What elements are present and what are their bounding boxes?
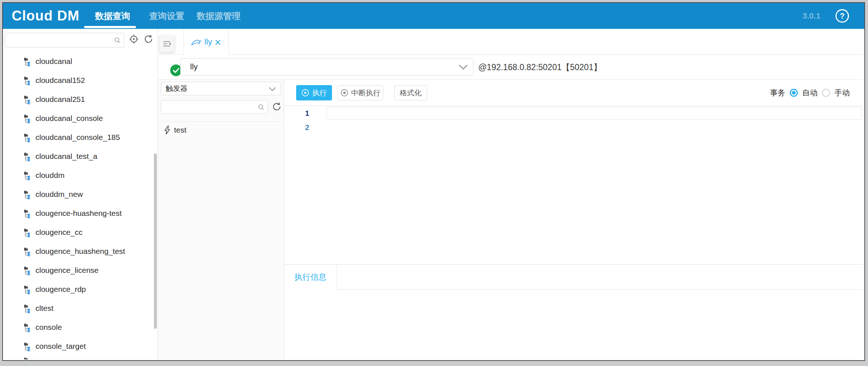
transaction-manual-radio[interactable]: [822, 89, 830, 97]
object-search-box: [161, 100, 268, 114]
schema-tree-icon: [23, 323, 33, 332]
connection-tree-item[interactable]: cloudcanal_console_185: [3, 128, 158, 147]
interrupt-button[interactable]: 中断执行: [337, 85, 383, 100]
nav-tab-data-query[interactable]: 数据查询: [95, 3, 130, 29]
object-type-select[interactable]: 触发器: [161, 82, 281, 95]
connection-search-input[interactable]: [9, 33, 112, 47]
trigger-item-test[interactable]: test: [158, 121, 284, 139]
tab-execution-info[interactable]: 执行信息: [284, 264, 337, 290]
connection-tree-item[interactable]: cloudcanal: [3, 52, 158, 71]
nav-tab-query-settings[interactable]: 查询设置: [149, 3, 184, 29]
connection-name: cloudcanal251: [35, 95, 85, 104]
current-line-highlight[interactable]: [327, 107, 861, 120]
connection-list: cloudcanal cloudcanal152: [3, 52, 158, 356]
format-label: 格式化: [400, 88, 422, 98]
schema-tree-icon: [23, 171, 33, 180]
connection-tree-item[interactable]: cloudcanal_console: [3, 109, 158, 128]
query-tab-title: lly: [204, 37, 212, 47]
format-button[interactable]: 格式化: [394, 85, 427, 100]
object-browser-panel: 触发器 test: [158, 80, 284, 359]
connection-name: cloudcanal_test_a: [35, 152, 97, 161]
connection-name: cloudcanal: [35, 57, 72, 66]
refresh-objects-icon[interactable]: [272, 102, 282, 112]
results-panel: 执行信息: [284, 264, 864, 359]
connection-tree-item[interactable]: clougence_cc: [3, 223, 158, 242]
schema-tree-icon: [23, 133, 33, 142]
connection-name: clougence-huasheng-test: [35, 209, 122, 218]
connection-name: clouddm: [35, 171, 64, 180]
connection-name: clougence_cc: [35, 228, 82, 237]
schema-tree-icon: [23, 285, 33, 294]
connection-name: cloudcanal_console: [35, 114, 103, 123]
search-icon: [114, 37, 121, 44]
connection-tree-item[interactable]: clouddm_new: [3, 185, 158, 204]
partially-visible-tree-icon: [23, 357, 33, 359]
connection-name: clougence_license: [35, 266, 99, 275]
connection-address: @192.168.0.82:50201【50201】: [478, 55, 602, 80]
active-nav-underline: [84, 26, 136, 28]
execute-label: 执行: [312, 88, 327, 98]
connection-sidebar: cloudcanal cloudcanal152: [3, 29, 158, 359]
results-tab-strip: 执行信息: [284, 264, 864, 290]
transaction-manual-label: 手动: [834, 88, 850, 98]
schema-tree-icon: [23, 152, 33, 161]
connection-name: cloudcanal_console_185: [35, 133, 120, 142]
execute-button[interactable]: 执行: [296, 85, 332, 100]
connection-tree-item[interactable]: clougence_rdp: [3, 280, 158, 299]
connection-name: cltest: [35, 304, 53, 313]
app-window: Cloud DM 数据查询 查询设置 数据源管理 3.0.1 ?: [2, 2, 865, 361]
transaction-auto-radio[interactable]: [790, 89, 798, 97]
stop-circle-icon: [340, 89, 348, 97]
connection-tree-item[interactable]: clougence_huasheng_test: [3, 242, 158, 261]
schema-tree-icon: [23, 190, 33, 199]
mysql-dolphin-icon: [191, 37, 202, 47]
connection-tree-item[interactable]: clouddm: [3, 166, 158, 185]
connection-name: clougence_rdp: [35, 285, 86, 294]
connection-tree-item[interactable]: console: [3, 318, 158, 337]
connection-tree-item[interactable]: clougence-huasheng-test: [3, 204, 158, 223]
help-icon[interactable]: ?: [835, 9, 849, 23]
version-label: 3.0.1: [803, 3, 820, 29]
object-search-input[interactable]: [165, 100, 256, 114]
nav-tab-datasource-mgmt[interactable]: 数据源管理: [197, 3, 241, 29]
app-logo: Cloud DM: [12, 3, 79, 29]
connection-name: console_target: [35, 342, 86, 351]
connection-row: lly @192.168.0.82:50201【50201】: [158, 55, 864, 80]
schema-tree-icon: [23, 342, 33, 351]
connection-tree-item[interactable]: console_target: [3, 337, 158, 356]
collapse-sidebar-button[interactable]: [160, 35, 174, 52]
schema-tree-icon: [23, 266, 33, 275]
connection-search-box: [5, 33, 124, 47]
refresh-icon[interactable]: [143, 34, 154, 44]
connection-tree-item[interactable]: clougence_license: [3, 261, 158, 280]
schema-tree-icon: [23, 76, 33, 85]
collapse-panel-icon: [162, 39, 172, 49]
connection-select[interactable]: lly: [180, 58, 473, 76]
lightning-trigger-icon: [163, 125, 171, 135]
play-icon: [301, 89, 309, 97]
query-tab-lly[interactable]: lly: [184, 29, 229, 55]
schema-tree-icon: [23, 114, 33, 123]
schema-tree-icon: [23, 95, 33, 104]
transaction-auto-label: 自动: [802, 88, 818, 98]
connection-name: cloudcanal152: [35, 76, 85, 85]
connection-name: clougence_huasheng_test: [35, 247, 125, 256]
connection-tree-item[interactable]: cloudcanal152: [3, 71, 158, 90]
schema-tree-icon: [23, 57, 33, 66]
search-icon: [257, 103, 265, 111]
top-bar: Cloud DM 数据查询 查询设置 数据源管理 3.0.1 ?: [3, 3, 864, 29]
transaction-mode-group: 事务 自动 手动: [770, 80, 850, 106]
sql-toolbar: 执行 中断执行 格式化 事务 自动 手动: [284, 80, 864, 106]
object-type-value: 触发器: [166, 82, 188, 95]
connection-select-value: lly: [190, 58, 198, 75]
interrupt-label: 中断执行: [351, 88, 381, 98]
connection-tree-item[interactable]: cltest: [3, 299, 158, 318]
schema-tree-icon: [23, 247, 33, 256]
sql-editor[interactable]: 1 2: [284, 106, 864, 264]
sidebar-scrollbar[interactable]: [154, 153, 157, 329]
locate-target-icon[interactable]: [129, 34, 139, 44]
close-tab-icon[interactable]: [215, 39, 221, 46]
connection-tree-item[interactable]: cloudcanal_test_a: [3, 147, 158, 166]
connection-name: clouddm_new: [35, 190, 83, 199]
connection-tree-item[interactable]: cloudcanal251: [3, 90, 158, 109]
